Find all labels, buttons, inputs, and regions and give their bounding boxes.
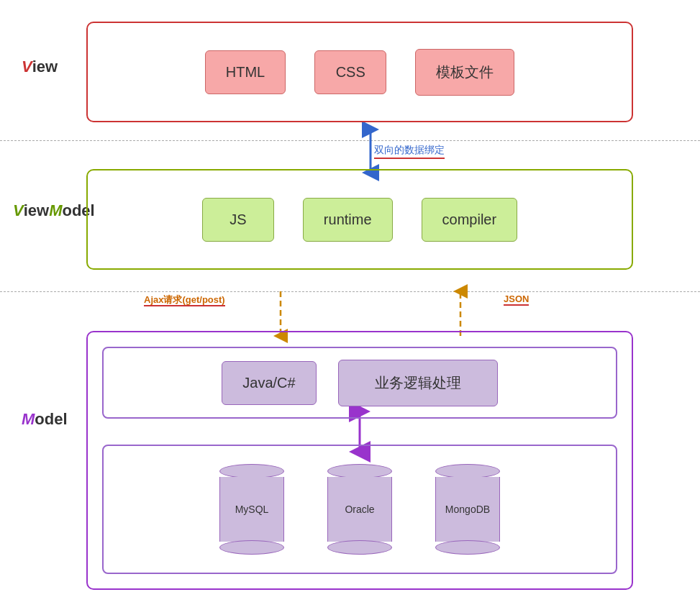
model-label-odel: odel — [35, 410, 67, 428]
db-mongodb-top — [435, 464, 500, 478]
db-oracle-top — [327, 464, 392, 478]
card-business-logic: 业务逻辑处理 — [338, 360, 498, 406]
card-js: JS — [202, 198, 274, 242]
db-mongodb-bottom — [435, 540, 500, 555]
json-label: JSON — [504, 293, 529, 304]
db-mysql: MySQL — [212, 464, 291, 555]
bidirectional-underline — [374, 158, 445, 159]
model-label-m: M — [22, 410, 35, 428]
model-layer-label: Model — [22, 410, 68, 429]
bidirectional-label: 双向的数据绑定 — [374, 144, 445, 159]
db-mongodb-body: MongoDB — [435, 477, 500, 542]
db-mysql-top — [219, 464, 284, 478]
card-css: CSS — [314, 50, 386, 94]
db-oracle-bottom — [327, 540, 392, 555]
card-compiler: compiler — [422, 198, 518, 242]
db-oracle: Oracle — [320, 464, 399, 555]
ajax-label: Ajax请求(get/post) — [144, 293, 225, 306]
viewmodel-layer-label: ViewModel — [13, 201, 95, 220]
view-label-v: V — [22, 58, 32, 76]
ajax-text: Ajax请求(get/post) — [144, 294, 225, 306]
card-java-csharp: Java/C# — [222, 361, 316, 405]
view-box: HTML CSS 模板文件 — [86, 22, 633, 122]
separator-line-2 — [0, 291, 700, 292]
card-template: 模板文件 — [415, 49, 514, 96]
viewmodel-label-v: V — [13, 201, 24, 219]
card-html: HTML — [205, 50, 286, 94]
json-text: JSON — [504, 293, 529, 306]
viewmodel-box: JS runtime compiler — [86, 169, 633, 270]
diagram-container: View HTML CSS 模板文件 双向的数据绑定 ViewModel JS … — [0, 0, 700, 610]
viewmodel-label-m: M — [49, 201, 62, 219]
db-mysql-body: MySQL — [219, 477, 284, 542]
bidirectional-text: 双向的数据绑定 — [374, 144, 445, 155]
db-mongodb: MongoDB — [428, 464, 507, 555]
db-oracle-body: Oracle — [327, 477, 392, 542]
view-label-rest: iew — [32, 58, 58, 76]
db-mysql-bottom — [219, 540, 284, 555]
model-outer-box: Java/C# 业务逻辑处理 CRUD MySQL Oracle MongoDB — [86, 331, 633, 590]
model-inner-top: Java/C# 业务逻辑处理 — [102, 347, 617, 419]
card-runtime: runtime — [303, 198, 393, 242]
model-inner-bottom: MySQL Oracle MongoDB — [102, 445, 617, 574]
separator-line-1 — [0, 140, 700, 141]
viewmodel-label-iew: iew — [24, 201, 49, 219]
view-layer-label: View — [22, 58, 58, 76]
